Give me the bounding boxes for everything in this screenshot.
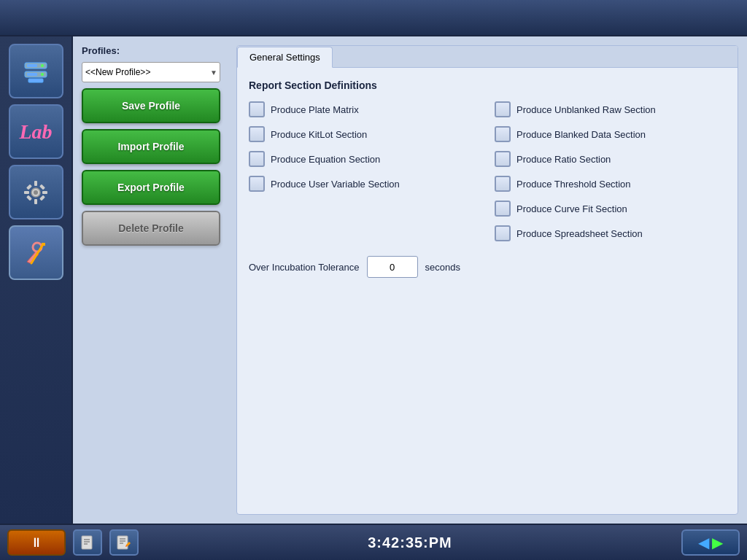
checkbox-user-variable[interactable]	[249, 176, 265, 192]
checkbox-spreadsheet[interactable]	[495, 225, 511, 241]
sidebar-btn-server[interactable]	[9, 44, 63, 98]
taskbar-nav-button[interactable]: ◀ ▶	[681, 529, 740, 556]
checkbox-row-threshold: Produce Threshold Section	[495, 176, 726, 192]
label-plate-matrix: Produce Plate Matrix	[271, 104, 359, 115]
label-curve-fit: Produce Curve Fit Section	[516, 203, 627, 214]
settings-content: Report Section Definitions Produce Plate…	[237, 68, 738, 289]
checkbox-unblanked-raw[interactable]	[495, 101, 511, 117]
checkbox-row-unblanked-raw: Produce Unblanked Raw Section	[495, 101, 726, 117]
svg-rect-14	[39, 184, 45, 190]
lab-icon: Lab	[19, 120, 52, 144]
sidebar-btn-settings[interactable]	[9, 165, 63, 219]
svg-rect-9	[34, 181, 37, 186]
taskbar-clock: 3:42:35:PM	[146, 534, 674, 551]
svg-rect-13	[26, 184, 32, 190]
sidebar-btn-tools[interactable]	[9, 225, 63, 280]
edit-icon	[116, 534, 132, 551]
sidebar-btn-lab[interactable]: Lab	[9, 104, 63, 159]
svg-rect-10	[34, 199, 37, 204]
checkbox-row-kitlot: Produce KitLot Section	[249, 126, 480, 142]
svg-rect-20	[82, 536, 92, 549]
arrow-right-icon: ▶	[712, 534, 723, 551]
svg-rect-11	[24, 191, 29, 194]
import-profile-button[interactable]: Import Profile	[82, 129, 220, 164]
checkbox-left-col: Produce Plate Matrix Produce KitLot Sect…	[249, 101, 480, 241]
tools-icon	[21, 238, 50, 268]
document-icon	[80, 534, 96, 551]
checkbox-threshold[interactable]	[495, 176, 511, 192]
profiles-section: Profiles: <<New Profile>> ▼ Save Profile…	[82, 45, 738, 515]
server-icon	[21, 57, 50, 86]
svg-rect-6	[28, 79, 43, 82]
svg-rect-12	[42, 191, 47, 194]
tolerance-unit: seconds	[425, 262, 460, 273]
checkbox-row-spreadsheet: Produce Spreadsheet Section	[495, 225, 726, 241]
profiles-dropdown[interactable]: <<New Profile>>	[82, 62, 220, 82]
svg-point-2	[41, 64, 44, 67]
checkbox-plate-matrix[interactable]	[249, 101, 265, 117]
content-area: Profiles: <<New Profile>> ▼ Save Profile…	[73, 36, 747, 524]
checkbox-row-plate-matrix: Produce Plate Matrix	[249, 101, 480, 117]
export-profile-button[interactable]: Export Profile	[82, 170, 220, 205]
checkbox-row-ratio: Produce Ratio Section	[495, 151, 726, 167]
label-spreadsheet: Produce Spreadsheet Section	[516, 228, 643, 239]
taskbar-doc-button[interactable]	[73, 529, 102, 556]
profiles-label: Profiles:	[82, 45, 228, 56]
section-title: Report Section Definitions	[249, 79, 726, 91]
arrow-left-icon: ◀	[698, 534, 709, 551]
top-bar	[0, 0, 747, 36]
checkbox-curve-fit[interactable]	[495, 201, 511, 217]
checkbox-blanked-data[interactable]	[495, 126, 511, 142]
svg-rect-19	[42, 243, 45, 246]
checkboxes-grid: Produce Plate Matrix Produce KitLot Sect…	[249, 101, 726, 241]
taskbar: ⏸ 3:42:35:PM ◀ ▶	[0, 524, 747, 560]
taskbar-edit-button[interactable]	[109, 529, 139, 556]
tab-general-settings[interactable]: General Settings	[237, 47, 333, 68]
label-user-variable: Produce User Variable Section	[271, 179, 400, 190]
tab-bar: General Settings	[237, 46, 738, 68]
svg-point-3	[41, 73, 44, 76]
checkbox-right-col: Produce Unblanked Raw Section Produce Bl…	[495, 101, 726, 241]
settings-panel: General Settings Report Section Definiti…	[236, 45, 738, 515]
tolerance-label: Over Incubation Tolerance	[249, 262, 360, 273]
label-threshold: Produce Threshold Section	[516, 179, 631, 190]
tolerance-row: Over Incubation Tolerance seconds	[249, 256, 726, 278]
checkbox-kitlot[interactable]	[249, 126, 265, 142]
checkbox-equation[interactable]	[249, 151, 265, 167]
save-profile-button[interactable]: Save Profile	[82, 88, 220, 123]
checkbox-row-user-variable: Produce User Variable Section	[249, 176, 480, 192]
svg-rect-15	[26, 195, 32, 201]
label-ratio: Produce Ratio Section	[516, 154, 611, 165]
svg-rect-4	[27, 64, 37, 67]
label-blanked-data: Produce Blanked Data Section	[516, 129, 646, 140]
pause-button[interactable]: ⏸	[7, 529, 66, 556]
svg-rect-24	[117, 536, 128, 549]
profiles-dropdown-wrapper: <<New Profile>> ▼	[82, 62, 220, 82]
main-area: Lab	[0, 36, 747, 524]
label-equation: Produce Equation Section	[271, 154, 380, 165]
checkbox-row-equation: Produce Equation Section	[249, 151, 480, 167]
label-unblanked-raw: Produce Unblanked Raw Section	[516, 104, 656, 115]
checkbox-row-curve-fit: Produce Curve Fit Section	[495, 201, 726, 217]
tolerance-input[interactable]	[367, 256, 418, 278]
profiles-panel: Profiles: <<New Profile>> ▼ Save Profile…	[82, 45, 228, 515]
sidebar: Lab	[0, 36, 73, 524]
checkbox-ratio[interactable]	[495, 151, 511, 167]
svg-rect-16	[39, 195, 45, 201]
delete-profile-button[interactable]: Delete Profile	[82, 211, 220, 246]
svg-point-8	[34, 190, 38, 195]
settings-icon	[21, 178, 50, 207]
label-kitlot: Produce KitLot Section	[271, 129, 367, 140]
pause-icon: ⏸	[30, 535, 43, 551]
checkbox-row-blanked-data: Produce Blanked Data Section	[495, 126, 726, 142]
svg-rect-5	[27, 73, 37, 76]
